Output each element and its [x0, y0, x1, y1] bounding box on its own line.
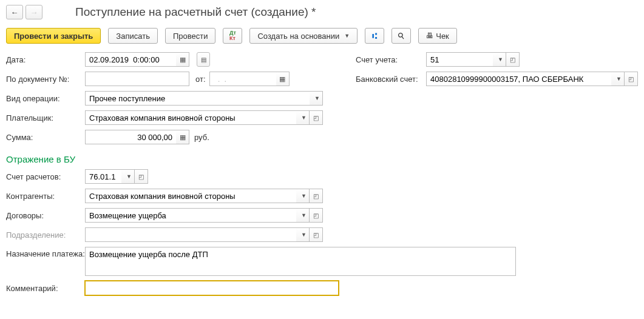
counterparty-label: Контрагенты: [6, 192, 85, 201]
division-open-button[interactable]: ◰ [310, 227, 323, 242]
dtkt-icon: ДтКт [229, 30, 236, 41]
open-icon: ◰ [313, 212, 319, 219]
payer-input[interactable] [85, 110, 296, 125]
contract-label: Договоры: [6, 211, 85, 220]
structure-button[interactable]: ⑆ [365, 28, 384, 44]
check-button[interactable]: 🖶 Чек [418, 28, 457, 44]
nav-forward-button[interactable]: → [25, 5, 42, 19]
open-icon: ◰ [510, 56, 515, 63]
date-picker-button[interactable]: ▦ [176, 52, 189, 67]
sum-calc-button[interactable]: ▦ [176, 130, 189, 144]
chevron-down-icon: ▼ [301, 193, 307, 199]
account-label: Счет учета: [356, 55, 426, 64]
list-icon: ▤ [201, 56, 206, 63]
comment-label: Комментарий: [6, 284, 85, 293]
sum-label: Сумма: [6, 133, 85, 142]
chevron-down-icon: ▼ [301, 115, 307, 121]
chevron-down-icon: ▼ [126, 173, 132, 180]
settle-account-open-button[interactable]: ◰ [135, 169, 148, 184]
post-button[interactable]: Провести [165, 28, 216, 44]
bank-account-open-button[interactable]: ◰ [625, 72, 638, 86]
bank-account-input[interactable] [426, 72, 611, 86]
post-and-close-button[interactable]: Провести и закрыть [6, 28, 101, 44]
chevron-down-icon: ▼ [344, 33, 350, 39]
op-type-input[interactable] [85, 91, 310, 106]
arrow-left-icon: ← [11, 8, 19, 17]
comment-input[interactable] [85, 281, 339, 295]
attachments-button[interactable]: ⚲ [391, 28, 411, 44]
purpose-textarea[interactable] [85, 247, 516, 276]
counterparty-dropdown-button[interactable]: ▼ [296, 189, 310, 203]
date-extra-button[interactable]: ▤ [197, 52, 210, 67]
page-title: Поступление на расчетный счет (создание)… [75, 5, 316, 19]
from-date-picker-button[interactable]: ▦ [276, 72, 290, 86]
chevron-down-icon: ▼ [301, 212, 307, 218]
chevron-down-icon: ▼ [616, 76, 622, 82]
payer-open-button[interactable]: ◰ [310, 110, 323, 125]
paperclip-icon: ⚲ [396, 30, 407, 42]
account-dropdown-button[interactable]: ▼ [493, 52, 506, 67]
contract-input[interactable] [85, 208, 296, 223]
payer-label: Плательщик: [6, 113, 85, 123]
date-label: Дата: [6, 55, 85, 64]
section-bu-title: Отражение в БУ [6, 154, 638, 164]
toolbar: Провести и закрыть Записать Провести ДтК… [6, 28, 638, 44]
purpose-label: Назначение платежа: [6, 247, 85, 258]
settle-account-dropdown-button[interactable]: ▼ [121, 169, 135, 184]
bank-account-dropdown-button[interactable]: ▼ [611, 72, 625, 86]
doc-no-input[interactable] [85, 72, 189, 86]
calendar-icon: ▦ [279, 75, 285, 83]
counterparty-open-button[interactable]: ◰ [310, 189, 323, 203]
chevron-down-icon: ▼ [314, 95, 320, 101]
chevron-down-icon: ▼ [498, 56, 503, 62]
tree-icon: ⑆ [372, 31, 377, 41]
chevron-down-icon: ▼ [301, 232, 307, 238]
calculator-icon: ▦ [180, 133, 186, 141]
account-input[interactable] [426, 52, 493, 67]
open-icon: ◰ [313, 193, 319, 200]
contract-open-button[interactable]: ◰ [310, 208, 323, 223]
counterparty-input[interactable] [85, 189, 296, 203]
division-label: Подразделение: [6, 230, 85, 240]
op-type-label: Вид операции: [6, 94, 85, 103]
date-input[interactable] [85, 52, 176, 67]
sum-currency-label: руб. [194, 133, 209, 142]
settle-account-input[interactable] [85, 169, 121, 184]
arrow-right-icon: → [30, 8, 38, 17]
open-icon: ◰ [628, 76, 634, 82]
sum-input[interactable] [85, 130, 176, 144]
from-label: от: [195, 75, 206, 84]
printer-icon: 🖶 [426, 32, 433, 40]
settle-account-label: Счет расчетов: [6, 172, 85, 181]
doc-no-label: По документу №: [6, 75, 85, 84]
nav-back-button[interactable]: ← [6, 5, 23, 19]
open-icon: ◰ [313, 232, 319, 238]
dtkt-button[interactable]: ДтКт [223, 28, 242, 44]
calendar-icon: ▦ [180, 56, 186, 64]
open-icon: ◰ [138, 173, 144, 180]
bank-account-label: Банковский счет: [356, 75, 426, 84]
from-date-input[interactable] [209, 72, 276, 86]
account-open-button[interactable]: ◰ [506, 52, 520, 67]
contract-dropdown-button[interactable]: ▼ [296, 208, 310, 223]
payer-dropdown-button[interactable]: ▼ [296, 110, 310, 125]
create-based-on-button[interactable]: Создать на основании ▼ [249, 28, 358, 44]
open-icon: ◰ [313, 115, 319, 121]
op-type-dropdown-button[interactable]: ▼ [310, 91, 323, 106]
division-dropdown-button[interactable]: ▼ [296, 227, 310, 242]
write-button[interactable]: Записать [108, 28, 158, 44]
division-input[interactable] [85, 227, 296, 242]
